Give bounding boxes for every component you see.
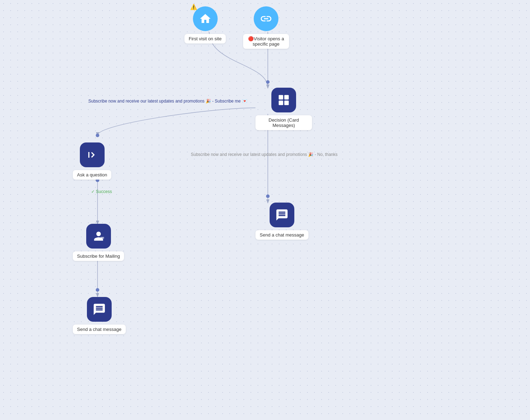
first-visit-icon[interactable]: ⚠️ xyxy=(193,6,218,31)
subscribe-mailing-label: Subscribe for Mailing xyxy=(73,251,124,261)
send-chat-right-icon[interactable] xyxy=(270,203,294,227)
send-chat-bottom-icon[interactable] xyxy=(87,297,112,322)
visitor-opens-icon[interactable] xyxy=(254,6,278,31)
edge-label-subscribe-me: Subscribe now and receive our latest upd… xyxy=(88,98,247,104)
node-visitor-opens[interactable]: 🔴Visitor opens a specific page xyxy=(243,6,289,49)
node-ask-question[interactable]: Ask a question xyxy=(73,142,111,180)
node-decision[interactable]: Decision (Card Messages) xyxy=(255,88,312,130)
node-first-visit[interactable]: ⚠️ First visit on site xyxy=(184,6,226,43)
send-chat-bottom-label: Send a chat message xyxy=(73,325,126,334)
svg-rect-11 xyxy=(284,95,289,100)
node-send-chat-bottom[interactable]: Send a chat message xyxy=(73,297,126,334)
flow-canvas: Subscribe now and receive our latest upd… xyxy=(0,0,530,420)
ask-question-label: Ask a question xyxy=(73,170,111,180)
subscribe-mailing-icon[interactable] xyxy=(86,224,111,249)
svg-rect-13 xyxy=(284,101,289,105)
send-chat-right-label: Send a chat message xyxy=(255,230,308,240)
svg-point-9 xyxy=(266,194,270,198)
first-visit-label: First visit on site xyxy=(184,34,226,43)
success-label: ✓ Success xyxy=(91,189,112,194)
ask-question-icon[interactable] xyxy=(80,142,105,167)
svg-rect-12 xyxy=(279,101,283,105)
decision-icon[interactable] xyxy=(271,88,296,112)
svg-point-8 xyxy=(266,80,270,84)
svg-point-5 xyxy=(96,134,99,137)
warning-badge: ⚠️ xyxy=(190,4,197,10)
decision-label: Decision (Card Messages) xyxy=(255,115,312,130)
visitor-opens-label: 🔴Visitor opens a specific page xyxy=(243,34,289,49)
svg-point-7 xyxy=(96,288,99,292)
edge-label-no-thanks: Subscribe now and receive our latest upd… xyxy=(191,152,337,157)
svg-rect-10 xyxy=(279,95,283,100)
node-subscribe-mailing[interactable]: Subscribe for Mailing xyxy=(73,224,124,261)
node-send-chat-right[interactable]: Send a chat message xyxy=(255,203,308,240)
